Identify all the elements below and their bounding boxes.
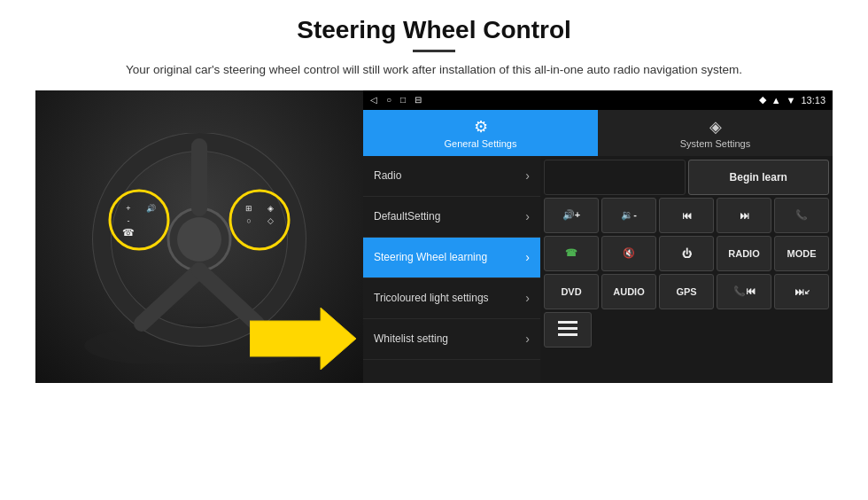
svg-line-7 (199, 270, 257, 324)
nav-menu-icon[interactable]: ⊟ (415, 95, 422, 105)
status-bar: ◁ ○ □ ⊟ ◆ ▲ ▼ 13:13 (363, 90, 833, 110)
tab-system-label: System Settings (680, 138, 750, 149)
svg-text:◈: ◈ (267, 204, 274, 213)
content-row: + 🔊 - ☎ ⊞ ◈ ○ ◇ (35, 90, 833, 491)
mode-button[interactable]: MODE (774, 236, 829, 271)
menu-item-steering-label: Steering Wheel learning (374, 251, 487, 263)
menu-item-whitelist-label: Whitelist setting (374, 332, 448, 345)
dvd-label: DVD (561, 286, 581, 297)
chevron-right-icon-2: › (525, 209, 530, 223)
title-divider (413, 50, 455, 52)
phone-button[interactable]: 📞 (774, 198, 829, 233)
button-grid: Begin learn 🔊+ 🔉- ⏮ (540, 156, 833, 383)
call-answer-icon: ☎ (565, 247, 577, 259)
menu-icon (558, 321, 577, 339)
tab-system[interactable]: ◈ System Settings (598, 110, 833, 156)
empty-slot (544, 160, 686, 195)
svg-text:⊞: ⊞ (245, 204, 252, 213)
menu-item-default-label: DefaultSetting (374, 210, 440, 223)
menu-item-whitelist[interactable]: Whitelist setting › (363, 319, 540, 360)
svg-line-6 (142, 270, 199, 324)
chevron-right-icon-4: › (525, 291, 530, 305)
next-track-button[interactable]: ⏭ (717, 198, 771, 233)
menu-item-radio-label: Radio (374, 169, 401, 182)
car-background: + 🔊 - ☎ ⊞ ◈ ○ ◇ (35, 90, 363, 383)
skip-button[interactable]: ⏭↙ (774, 274, 829, 309)
grid-row-5 (544, 312, 829, 348)
svg-rect-20 (558, 327, 577, 330)
svg-marker-18 (250, 308, 356, 370)
location-icon: ◆ (759, 94, 766, 105)
svg-rect-21 (558, 333, 577, 336)
menu-item-radio[interactable]: Radio › (363, 156, 540, 197)
page-container: Steering Wheel Control Your original car… (0, 0, 868, 500)
menu-item-default[interactable]: DefaultSetting › (363, 197, 540, 238)
nav-square-icon[interactable]: □ (400, 95, 406, 105)
arrow-svg (250, 308, 356, 370)
status-bar-nav: ◁ ○ □ ⊟ (370, 95, 422, 105)
gps-button[interactable]: GPS (659, 274, 714, 309)
dvd-button[interactable]: DVD (544, 274, 599, 309)
clock: 13:13 (801, 95, 825, 105)
grid-row-4: DVD AUDIO GPS 📞⏮ ⏭↙ (544, 274, 829, 309)
page-title: Steering Wheel Control (297, 16, 571, 44)
page-subtitle: Your original car's steering wheel contr… (126, 61, 742, 80)
wifi-icon: ▼ (787, 95, 796, 105)
grid-row-3: ☎ 🔇 ⏻ RADIO MODE (544, 236, 829, 271)
grid-row-1: Begin learn (544, 160, 829, 195)
audio-button[interactable]: AUDIO (601, 274, 656, 309)
prev-track-icon: ⏮ (682, 210, 692, 221)
chevron-right-icon: › (525, 168, 530, 183)
audio-label: AUDIO (613, 286, 644, 297)
nav-back-icon[interactable]: ◁ (370, 95, 377, 105)
tab-general-label: General Settings (445, 138, 517, 149)
menu-item-tricoloured-label: Tricoloured light settings (374, 292, 489, 304)
phone-prev-icon: 📞⏮ (733, 285, 756, 297)
call-answer-button[interactable]: ☎ (544, 236, 599, 271)
power-button[interactable]: ⏻ (659, 236, 714, 271)
next-track-icon: ⏭ (740, 210, 749, 221)
gps-label: GPS (676, 286, 696, 297)
menu-icon-button[interactable] (544, 312, 592, 348)
mute-button[interactable]: 🔇 (601, 236, 656, 271)
begin-learn-button[interactable]: Begin learn (688, 160, 830, 195)
vol-up-button[interactable]: 🔊+ (544, 198, 599, 233)
grid-row-2: 🔊+ 🔉- ⏮ ⏭ 📞 (544, 198, 829, 233)
svg-point-4 (177, 217, 221, 262)
menu-list: Radio › DefaultSetting › Steering Wheel … (363, 156, 540, 383)
radio-button[interactable]: RADIO (717, 236, 771, 271)
mute-icon: 🔇 (623, 247, 635, 259)
vol-down-icon: 🔉- (621, 209, 637, 221)
power-icon: ⏻ (682, 248, 692, 259)
car-image-area: + 🔊 - ☎ ⊞ ◈ ○ ◇ (35, 90, 363, 383)
svg-point-8 (110, 191, 168, 249)
svg-text:◇: ◇ (267, 216, 274, 225)
phone-icon: 📞 (795, 209, 808, 221)
menu-item-tricoloured[interactable]: Tricoloured light settings › (363, 278, 540, 319)
status-bar-right: ◆ ▲ ▼ 13:13 (759, 94, 825, 105)
mode-label: MODE (787, 248, 817, 259)
nav-home-icon[interactable]: ○ (386, 95, 391, 105)
svg-text:-: - (128, 216, 130, 225)
tab-general[interactable]: ⚙ General Settings (363, 110, 598, 156)
vol-up-icon: 🔊+ (562, 209, 580, 221)
top-tabs: ⚙ General Settings ◈ System Settings (363, 110, 833, 156)
svg-text:🔊: 🔊 (146, 203, 157, 214)
prev-track-button[interactable]: ⏮ (659, 198, 714, 233)
radio-label: RADIO (728, 248, 759, 259)
chevron-right-icon-5: › (525, 332, 530, 346)
android-panel: ◁ ○ □ ⊟ ◆ ▲ ▼ 13:13 ⚙ General Settings (363, 90, 833, 383)
main-content: Radio › DefaultSetting › Steering Wheel … (363, 156, 833, 383)
system-settings-icon: ◈ (709, 117, 722, 137)
svg-text:☎: ☎ (122, 227, 135, 238)
svg-point-9 (230, 191, 289, 249)
menu-item-steering[interactable]: Steering Wheel learning › (363, 238, 540, 278)
general-settings-icon: ⚙ (474, 117, 488, 137)
vol-down-button[interactable]: 🔉- (601, 198, 656, 233)
svg-text:+: + (126, 204, 130, 213)
signal-icon: ▲ (771, 95, 781, 105)
skip-icon: ⏭↙ (794, 286, 810, 297)
phone-prev-button[interactable]: 📞⏮ (717, 274, 771, 309)
svg-rect-19 (558, 321, 577, 324)
chevron-right-icon-3: › (525, 250, 530, 264)
